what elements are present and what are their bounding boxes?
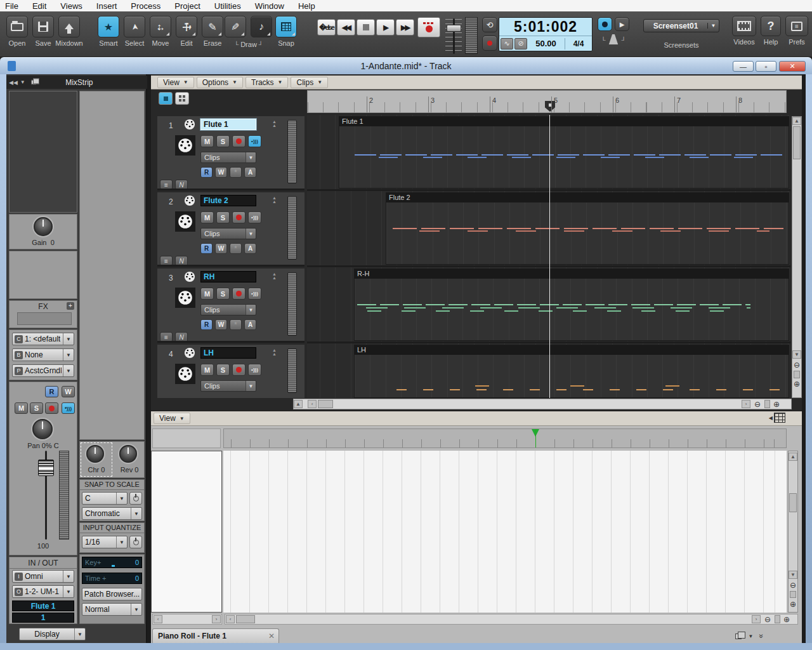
metronome-indicator[interactable]: └ ┘: [598, 34, 629, 45]
bank-dropdown[interactable]: BNone▼: [12, 348, 74, 361]
tab-menu-arrow-icon[interactable]: ▼: [748, 633, 753, 639]
automation-read-button[interactable]: R: [200, 243, 213, 254]
scroll-left-button[interactable]: ‹: [308, 400, 317, 408]
patch-dropdown[interactable]: PAcstcGrndP▼: [12, 364, 74, 377]
edit-filter-dropdown[interactable]: Clips▼: [200, 228, 256, 239]
clip-rh[interactable]: R-H: [354, 269, 789, 341]
mute-button[interactable]: M: [200, 211, 214, 223]
automation-lane-icon[interactable]: N: [175, 332, 188, 342]
scroll-up-button[interactable]: ▲: [792, 117, 801, 125]
tv-view-menu[interactable]: View▼: [157, 77, 194, 88]
menu-project[interactable]: Project: [174, 1, 200, 11]
track-layers-icon[interactable]: ≡: [160, 256, 173, 266]
channel-dropdown[interactable]: C1: <default>▼: [12, 333, 74, 345]
erase-tool-button[interactable]: ✎: [202, 16, 223, 37]
mute-button[interactable]: M: [200, 288, 214, 300]
arm-button[interactable]: [232, 211, 246, 223]
open-button[interactable]: [6, 16, 28, 37]
solo-button[interactable]: S: [216, 135, 230, 147]
loop-button[interactable]: ⟲: [482, 17, 497, 32]
piano-roll-ruler[interactable]: [223, 428, 787, 448]
toolbar-fader[interactable]: [444, 17, 463, 55]
zoom-fader-vertical[interactable]: [794, 371, 800, 378]
menu-edit[interactable]: Edit: [32, 1, 46, 11]
track-name-input[interactable]: Flute 1: [200, 119, 256, 130]
automation-write-button[interactable]: W: [215, 167, 227, 178]
fx-add-button[interactable]: +: [67, 302, 74, 310]
pr-view-menu[interactable]: View▼: [154, 413, 190, 424]
expand-track-button[interactable]: ▲▲: [272, 272, 277, 280]
zoom-fader-vertical[interactable]: [790, 591, 796, 598]
scale-type-dropdown[interactable]: Chromatic▼: [82, 507, 142, 520]
mode-dropdown[interactable]: Normal▼: [82, 603, 142, 616]
track-name[interactable]: RH: [200, 271, 256, 282]
solo-button[interactable]: S: [216, 211, 230, 223]
pr-vertical-scrollbar[interactable]: ▲ ▼ ⊖ ⊕: [788, 451, 798, 613]
scroll-thumb[interactable]: [318, 400, 333, 408]
zoom-in-vertical-icon[interactable]: ⊕: [789, 600, 797, 609]
stop-button[interactable]: [357, 19, 375, 36]
gain-knob[interactable]: [34, 217, 53, 236]
zoom-in-horizontal-icon[interactable]: ⊕: [782, 615, 791, 624]
fader-thumb[interactable]: [447, 25, 461, 32]
arm-button[interactable]: [232, 364, 246, 376]
track-horizontal-scrollbar[interactable]: ▲ ‹ › ⊖ ⊕: [293, 399, 792, 409]
mute-button[interactable]: M: [200, 135, 214, 147]
scroll-right-button[interactable]: ›: [752, 615, 761, 623]
track-header-1[interactable]: 1 Flute 1 ▲▲ M S •))) Clips▼ R W * A ≡N: [157, 116, 304, 190]
insert-marker-button[interactable]: ▲: [294, 400, 303, 408]
pr-horizontal-scrollbar[interactable]: ‹ › ⊖ ⊕: [225, 614, 798, 625]
track-header-4[interactable]: 4 LH ▲▲ M S •))) Clips▼: [157, 345, 304, 398]
track-vertical-scrollbar[interactable]: ▲ ▼ ⊖ ⊕: [792, 116, 802, 398]
dock-icon[interactable]: [31, 80, 36, 84]
automation-lane-icon[interactable]: N: [175, 256, 188, 266]
piano-keys[interactable]: [151, 451, 222, 613]
reverb-knob[interactable]: [119, 445, 137, 463]
track-ruler[interactable]: 2345678: [307, 90, 787, 113]
mixdown-button[interactable]: [58, 16, 80, 37]
key-offset-field[interactable]: Key+0: [82, 557, 142, 568]
pan-knob[interactable]: [32, 419, 53, 439]
arm-button[interactable]: [232, 288, 246, 300]
clip-lh[interactable]: LH: [354, 345, 789, 398]
solo-button[interactable]: S: [216, 364, 230, 376]
edit-filter-dropdown[interactable]: Clips▼: [200, 380, 256, 392]
videos-button[interactable]: [732, 16, 756, 36]
zoom-in-vertical-icon[interactable]: ⊕: [792, 380, 801, 388]
collapse-pane-icon[interactable]: »: [757, 634, 766, 639]
input-echo-button[interactable]: •))): [248, 364, 261, 376]
restore-button[interactable]: ▫: [756, 61, 776, 72]
save-button[interactable]: [32, 16, 54, 37]
clip-flute2[interactable]: Flute 2: [386, 192, 789, 265]
punch-record-button[interactable]: [482, 36, 497, 51]
close-button[interactable]: ✕: [779, 61, 806, 72]
output-dropdown[interactable]: O1-2- UM-1▼: [12, 585, 74, 598]
float-window-icon[interactable]: [735, 633, 742, 639]
zoom-fader-horizontal[interactable]: [775, 615, 780, 623]
automation-read-button[interactable]: R: [200, 319, 213, 330]
input-echo-button[interactable]: •))): [248, 288, 261, 300]
fx-bin[interactable]: [17, 312, 72, 325]
scale-root-dropdown[interactable]: C▼: [82, 492, 128, 505]
mute-button[interactable]: M: [200, 364, 214, 376]
scroll-up-button[interactable]: ▲: [789, 453, 797, 461]
scroll-thumb[interactable]: [789, 493, 797, 512]
time-offset-field[interactable]: Time +0: [82, 573, 142, 584]
record-arm-button[interactable]: [598, 17, 612, 31]
minimize-button[interactable]: —: [733, 61, 754, 72]
select-tool-button[interactable]: ➤: [124, 16, 145, 37]
archive-button[interactable]: A: [244, 243, 256, 254]
chorus-knob[interactable]: [86, 445, 104, 463]
automation-lane-icon[interactable]: N: [175, 180, 188, 190]
scroll-thumb[interactable]: [236, 615, 255, 623]
play-button[interactable]: ▶: [376, 19, 395, 36]
zoom-in-horizontal-icon[interactable]: ⊕: [772, 400, 781, 409]
console-mode-button[interactable]: [175, 92, 189, 105]
rewind-start-button[interactable]: �else: [317, 19, 336, 36]
zoom-out-horizontal-icon[interactable]: ⊖: [753, 400, 762, 409]
display-dropdown[interactable]: Display▼: [19, 628, 86, 640]
menu-help[interactable]: Help: [298, 1, 315, 11]
keys-scrollbar[interactable]: ‹ ›: [152, 614, 222, 625]
clip-flute1[interactable]: Flute 1: [339, 116, 789, 189]
scroll-down-button[interactable]: ▼: [792, 350, 801, 359]
